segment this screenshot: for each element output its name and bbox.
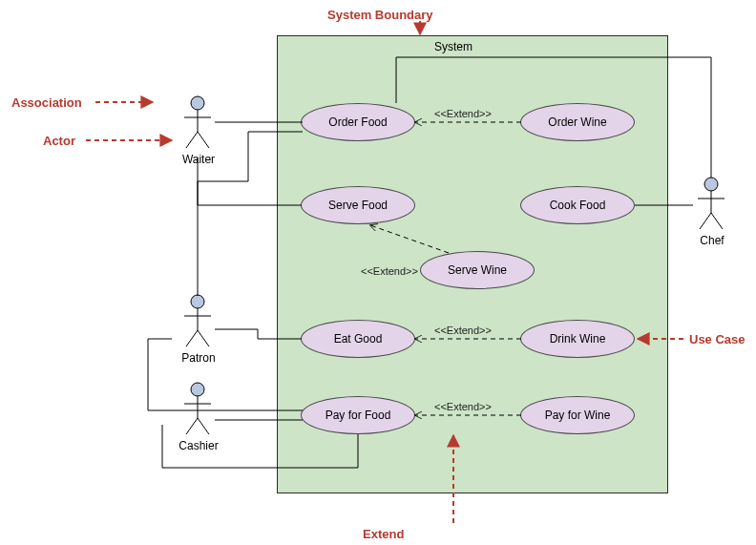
actor-cashier xyxy=(178,382,217,439)
svg-line-8 xyxy=(186,330,198,346)
usecase-pay-for-food: Pay for Food xyxy=(301,396,415,434)
extend-label: <<Extend>> xyxy=(434,325,492,336)
usecase-order-food: Order Food xyxy=(301,103,415,141)
annotation-actor: Actor xyxy=(43,134,75,148)
svg-line-18 xyxy=(700,213,711,229)
extend-label: <<Extend>> xyxy=(361,265,418,277)
usecase-label: Drink Wine xyxy=(550,332,606,346)
usecase-label: Cook Food xyxy=(550,199,606,212)
actor-label-patron: Patron xyxy=(179,351,218,365)
system-label: System xyxy=(434,40,472,53)
svg-point-0 xyxy=(191,96,204,110)
actor-label-waiter: Waiter xyxy=(179,153,218,166)
extend-label: <<Extend>> xyxy=(434,401,492,412)
usecase-label: Serve Food xyxy=(328,199,388,212)
svg-line-19 xyxy=(711,213,723,229)
usecase-pay-for-wine: Pay for Wine xyxy=(520,396,635,434)
usecase-order-wine: Order Wine xyxy=(520,103,635,141)
usecase-serve-wine: Serve Wine xyxy=(420,251,535,289)
usecase-label: Order Wine xyxy=(548,115,606,129)
svg-line-3 xyxy=(186,132,198,148)
usecase-label: Order Food xyxy=(328,115,387,129)
usecase-eat-good: Eat Good xyxy=(301,320,415,358)
annotation-use-case: Use Case xyxy=(689,332,746,346)
annotation-extend: Extend xyxy=(363,527,404,541)
actor-waiter xyxy=(178,95,217,153)
actor-patron xyxy=(178,294,217,351)
svg-point-15 xyxy=(704,178,718,191)
extend-label: <<Extend>> xyxy=(434,108,492,119)
usecase-drink-wine: Drink Wine xyxy=(520,320,635,358)
svg-line-13 xyxy=(186,418,198,434)
svg-line-14 xyxy=(198,418,209,434)
svg-line-9 xyxy=(198,330,209,346)
usecase-label: Serve Wine xyxy=(448,263,507,277)
actor-label-chef: Chef xyxy=(695,234,729,247)
actor-label-cashier: Cashier xyxy=(177,439,220,452)
svg-line-4 xyxy=(198,132,209,148)
usecase-cook-food: Cook Food xyxy=(520,186,635,224)
usecase-label: Eat Good xyxy=(334,332,383,346)
svg-point-5 xyxy=(191,295,204,308)
usecase-serve-food: Serve Food xyxy=(301,186,415,224)
usecase-label: Pay for Food xyxy=(326,409,391,422)
svg-point-10 xyxy=(191,383,204,396)
usecase-label: Pay for Wine xyxy=(545,409,611,422)
annotation-association: Association xyxy=(11,95,82,110)
actor-chef xyxy=(692,177,730,234)
annotation-system-boundary: System Boundary xyxy=(327,8,433,22)
